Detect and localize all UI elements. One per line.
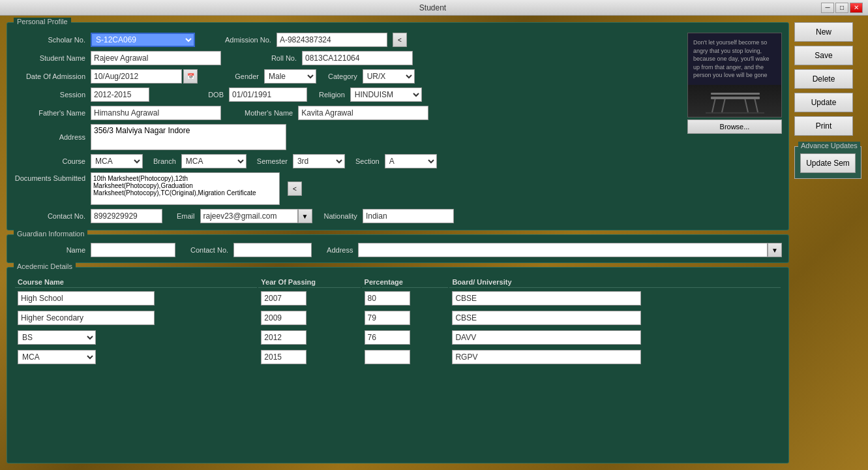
section-select[interactable]: A B C [385,154,437,168]
session-input[interactable] [91,87,149,102]
academic-year-input-2[interactable] [261,330,307,345]
roll-no-label: Roll No. [251,54,297,62]
title-bar: Student ─ □ ✕ [0,0,868,16]
svg-rect-5 [711,93,760,95]
browse-button[interactable]: Browse... [687,119,782,134]
address-textarea[interactable]: 356/3 Malviya Nagar Indore [91,124,286,150]
semester-select[interactable]: 3rd 1st 2nd [293,154,345,168]
academic-pct-input-3[interactable] [365,350,410,364]
admission-prev-button[interactable]: < [393,33,407,47]
roll-no-input[interactable] [302,51,413,65]
student-name-input[interactable] [91,51,221,65]
doa-label: Date Of Admission [14,72,85,80]
window-title: Student [44,3,821,12]
academic-course-select-2[interactable]: BS [18,330,96,345]
nationality-input[interactable] [363,209,454,223]
personal-profile-title: Personal Profile [14,18,71,25]
academic-board-input-3[interactable] [452,350,641,364]
fathers-name-label: Father's Name [14,109,85,117]
academic-pct-input-2[interactable] [365,330,410,345]
academic-year-input-1[interactable] [261,311,307,325]
academic-board-input-1[interactable] [452,311,641,325]
dob-label: DOB [178,91,224,99]
gender-select[interactable]: Male Female [264,69,316,84]
guardian-info-panel: Guardian Information Name Contact No. Ad… [7,234,789,263]
section-label: Section [355,157,380,165]
delete-button[interactable]: Delete [794,69,853,89]
calendar-button[interactable]: 📅 [183,69,198,84]
academic-year-input-3[interactable] [261,350,307,364]
academic-course-input-1[interactable] [18,311,155,325]
admission-no-label: Admission No. [225,36,271,44]
dob-input[interactable] [229,87,307,102]
guardian-address-dropdown[interactable]: ▼ [768,243,782,257]
documents-textarea[interactable]: 10th Marksheet(Photocopy),12th Marksheet… [91,172,280,205]
close-button[interactable]: ✕ [850,3,863,13]
update-button[interactable]: Update [794,93,853,112]
branch-select[interactable]: MCA BCA [181,154,247,168]
window-controls: ─ □ ✕ [821,3,863,13]
religion-select[interactable]: HINDUISM ISLAM CHRISTIANITY [350,87,422,102]
branch-label: Branch [153,157,176,165]
email-label: Email [177,212,195,220]
nationality-label: Nationality [324,212,357,220]
guardian-name-input[interactable] [91,243,175,257]
photo-quote-area: Don't let yourself become so angry that … [688,33,781,85]
admission-no-input[interactable] [277,33,387,47]
email-input[interactable] [200,209,298,223]
contact-no-label: Contact No. [14,212,85,220]
student-name-label: Student Name [14,54,85,62]
semester-label: Semester [257,157,288,165]
academic-board-input-0[interactable] [452,291,641,306]
category-label: Category [328,72,357,80]
course-select[interactable]: MCA BCA BSc [91,154,143,168]
maximize-button[interactable]: □ [835,3,848,13]
student-photo: Don't let yourself become so angry that … [687,33,782,118]
main-content-area: Personal Profile Scholar No. S-12CA069 A… [7,22,789,463]
personal-profile-panel: Personal Profile Scholar No. S-12CA069 A… [7,22,789,230]
svg-line-2 [745,98,748,112]
bench-image [688,85,781,117]
update-sem-button[interactable]: Update Sem [800,153,856,173]
right-sidebar: New Save Delete Update Print Advance Upd… [794,22,861,463]
academic-table-row [15,309,781,327]
doa-input[interactable] [91,69,182,84]
academic-pct-input-0[interactable] [365,291,410,306]
svg-line-3 [755,98,758,112]
academic-details-title: Acedemic Details [14,262,76,270]
scholar-no-select[interactable]: S-12CA069 [91,33,195,47]
guardian-info-title: Guardian Information [14,230,87,238]
academic-board-input-2[interactable] [452,330,641,345]
advance-updates-title: Advance Updates [798,142,860,149]
address-label: Address [14,133,85,141]
main-window: Personal Profile Scholar No. S-12CA069 A… [0,16,868,470]
course-label: Course [14,157,85,165]
guardian-contact-input[interactable] [233,243,312,257]
photo-quote-text: Don't let yourself become so angry that … [693,39,776,80]
svg-line-0 [712,98,715,112]
guardian-contact-label: Contact No. [190,246,228,254]
bench-svg [706,91,764,114]
save-button[interactable]: Save [794,46,853,65]
print-button[interactable]: Print [794,116,853,136]
academic-year-input-0[interactable] [261,291,307,306]
contact-no-input[interactable] [91,209,162,223]
email-dropdown-button[interactable]: ▼ [298,209,312,223]
fathers-name-input[interactable] [91,106,221,120]
academic-course-input-0[interactable] [18,291,155,306]
mothers-name-input[interactable] [298,106,428,120]
scholar-no-label: Scholar No. [14,36,85,44]
session-label: Session [14,91,85,99]
guardian-address-label: Address [327,246,353,254]
guardian-address-textarea[interactable] [358,243,768,257]
academic-pct-input-1[interactable] [365,311,410,325]
gender-label: Gender [213,72,259,80]
documents-label: Documents Submitted [14,172,85,182]
academic-course-select-3[interactable]: MCA [18,350,96,364]
docs-prev-button[interactable]: < [288,181,302,196]
minimize-button[interactable]: ─ [821,3,834,13]
advance-updates-panel: Advance Updates Update Sem [794,146,861,179]
new-button[interactable]: New [794,22,853,42]
academic-table-row [15,289,781,307]
category-select[interactable]: UR/X OBC SC/ST [363,69,415,84]
